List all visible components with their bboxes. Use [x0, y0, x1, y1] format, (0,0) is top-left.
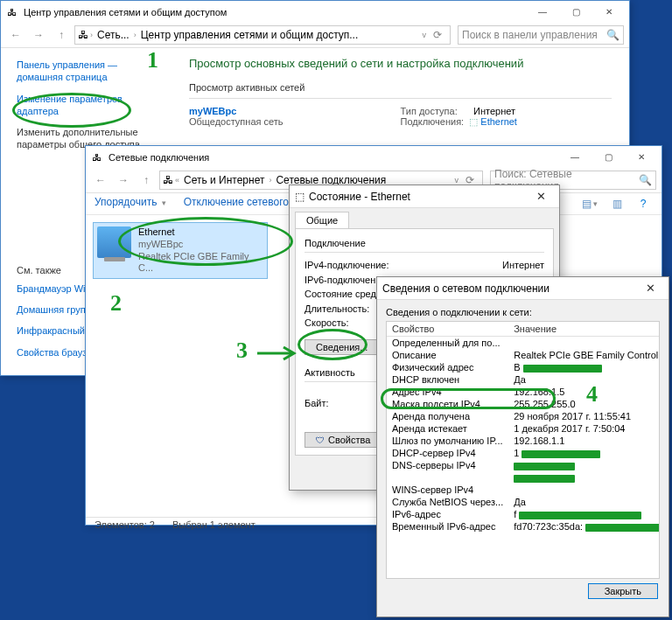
- refresh-button[interactable]: ⟳: [428, 25, 447, 45]
- details-dialog: Сведения о сетевом подключении ✕ Сведени…: [376, 276, 669, 617]
- minimize-button[interactable]: —: [558, 149, 592, 166]
- value-cell: Да: [508, 373, 660, 386]
- dialog-titlebar[interactable]: ⬚ Состояние - Ethernet ✕: [290, 185, 559, 208]
- network-type: Общедоступная сеть: [189, 116, 401, 127]
- property-cell: IPv6-адрес: [387, 508, 508, 520]
- property-cell: Аренда истекает: [387, 422, 508, 435]
- breadcrumb-segment[interactable]: Сеть...: [94, 28, 132, 42]
- ipv4-conn-label: IPv4-подключение:: [304, 258, 502, 273]
- dialog-titlebar[interactable]: Сведения о сетевом подключении ✕: [377, 277, 668, 300]
- close-button[interactable]: ✕: [592, 3, 626, 21]
- breadcrumb-segment[interactable]: Центр управления сетями и общим доступ..…: [138, 28, 361, 42]
- table-row: DHCP-сервер IPv41: [387, 447, 660, 459]
- redaction-mark: [522, 450, 600, 458]
- ethernet-icon: ⬚: [469, 116, 478, 127]
- change-adapter-link[interactable]: Изменение параметров адаптера: [17, 93, 164, 118]
- maximize-button[interactable]: ▢: [592, 149, 625, 166]
- search-input[interactable]: Поиск в панели управления 🔍: [458, 25, 624, 45]
- value-cell: 1: [508, 447, 660, 459]
- tab-general[interactable]: Общие: [295, 212, 349, 228]
- property-cell: Определенный для по...: [387, 337, 508, 350]
- value-cell: 1 декабря 2017 г. 7:50:04: [508, 422, 660, 435]
- table-row: Временный IPv6-адресfd70:723c:35da:: [387, 520, 660, 533]
- property-cell: Служба NetBIOS через...: [387, 496, 508, 508]
- access-type-label: Тип доступа:: [401, 106, 458, 116]
- table-row: DHCP включенДа: [387, 373, 660, 386]
- titlebar[interactable]: 🖧 Сетевые подключения — ▢ ✕: [86, 146, 662, 168]
- table-row: Маска подсети IPv4255.255.255.0: [387, 398, 660, 410]
- table-row: Адрес IPv4192.168.1.5: [387, 386, 660, 398]
- property-cell: DHCP-сервер IPv4: [387, 447, 508, 459]
- redaction-mark: [514, 463, 575, 470]
- adapter-network: myWEBpc: [138, 239, 263, 251]
- table-row: DNS-серверы IPv4: [387, 459, 660, 471]
- redaction-mark: [585, 524, 660, 532]
- value-cell: f: [508, 508, 660, 520]
- table-row: WINS-сервер IPv4: [387, 484, 660, 496]
- value-cell: fd70:723c:35da:: [508, 520, 660, 533]
- property-cell: Физический адрес: [387, 361, 508, 373]
- window-title: Сетевые подключения: [108, 152, 209, 163]
- value-cell: [508, 459, 660, 471]
- redaction-mark: [523, 365, 602, 373]
- search-placeholder: Поиск в панели управления: [462, 29, 598, 41]
- value-cell: Да: [508, 496, 660, 508]
- chevron-right-icon: ›: [132, 31, 138, 39]
- table-row: [387, 471, 660, 484]
- up-button[interactable]: ↑: [52, 25, 71, 45]
- back-button[interactable]: ←: [91, 171, 110, 190]
- dropdown-icon[interactable]: v: [453, 176, 461, 185]
- table-row: Служба NetBIOS через...Да: [387, 496, 660, 508]
- close-button[interactable]: ✕: [637, 282, 663, 295]
- adapter-item-ethernet[interactable]: Ethernet myWEBpc Realtek PCIe GBE Family…: [93, 222, 268, 279]
- folder-icon: 🖧: [89, 150, 103, 164]
- table-row: Определенный для по...: [387, 337, 660, 350]
- properties-button[interactable]: Свойства: [304, 432, 382, 448]
- table-row: Шлюз по умолчанию IP...192.168.1.1: [387, 435, 660, 447]
- col-value[interactable]: Значение: [508, 322, 660, 337]
- up-button[interactable]: ↑: [136, 171, 156, 190]
- back-button[interactable]: ←: [6, 25, 25, 45]
- col-property[interactable]: Свойство: [387, 322, 508, 337]
- ipv4-conn-value: Интернет: [502, 258, 544, 273]
- address-toolbar: ← → ↑ 🖧 › Сеть... › Центр управления сет…: [1, 23, 629, 48]
- value-cell: B: [508, 361, 660, 373]
- forward-button[interactable]: →: [29, 25, 48, 45]
- panel-home-link[interactable]: Панель управления — домашняя страница: [17, 59, 164, 84]
- property-cell: Шлюз по умолчанию IP...: [387, 435, 508, 447]
- dialog-title: Сведения о сетевом подключении: [382, 282, 550, 295]
- property-cell: DHCP включен: [387, 373, 508, 386]
- details-label: Сведения о подключении к сети:: [386, 307, 660, 317]
- table-row: IPv6-адресf: [387, 508, 660, 520]
- close-dialog-button[interactable]: Закрыть: [588, 583, 658, 599]
- view-icons-button[interactable]: ▤ ▾: [581, 196, 600, 212]
- adapter-name: Ethernet: [138, 226, 263, 239]
- preview-pane-button[interactable]: ▥: [607, 196, 626, 212]
- help-button[interactable]: ?: [634, 196, 653, 212]
- value-cell: [508, 337, 660, 350]
- table-row: Аренда получена29 ноября 2017 г. 11:55:4…: [387, 410, 660, 422]
- forward-button[interactable]: →: [114, 171, 133, 190]
- redaction-mark: [514, 475, 575, 483]
- maximize-button[interactable]: ▢: [559, 3, 592, 21]
- address-bar[interactable]: 🖧 › Сеть... › Центр управления сетями и …: [74, 25, 451, 45]
- details-button[interactable]: Сведения...: [304, 339, 379, 355]
- active-nets-label: Просмотр активных сетей: [189, 82, 612, 93]
- breadcrumb-segment[interactable]: Сеть и Интернет: [181, 173, 267, 187]
- property-cell: Маска подсети IPv4: [387, 398, 508, 410]
- table-row: ОписаниеRealtek PCIe GBE Family Controll…: [387, 349, 660, 361]
- dropdown-icon[interactable]: v: [421, 31, 429, 39]
- network-name[interactable]: myWEBpc: [189, 106, 401, 116]
- connection-link[interactable]: Ethernet: [480, 116, 517, 127]
- close-button[interactable]: ✕: [625, 149, 658, 166]
- ethernet-icon: ⬚: [295, 191, 304, 203]
- property-cell: Адрес IPv4: [387, 386, 508, 398]
- organize-menu[interactable]: Упорядочить ▾: [94, 196, 168, 212]
- search-icon: 🔍: [639, 174, 652, 186]
- minimize-button[interactable]: —: [526, 3, 559, 21]
- value-cell: 29 ноября 2017 г. 11:55:41: [508, 410, 660, 422]
- close-button[interactable]: ✕: [528, 190, 554, 203]
- property-cell: DNS-серверы IPv4: [387, 459, 508, 471]
- connection-group-label: Подключение: [304, 238, 544, 248]
- titlebar[interactable]: 🖧 Центр управления сетями и общим доступ…: [1, 1, 629, 23]
